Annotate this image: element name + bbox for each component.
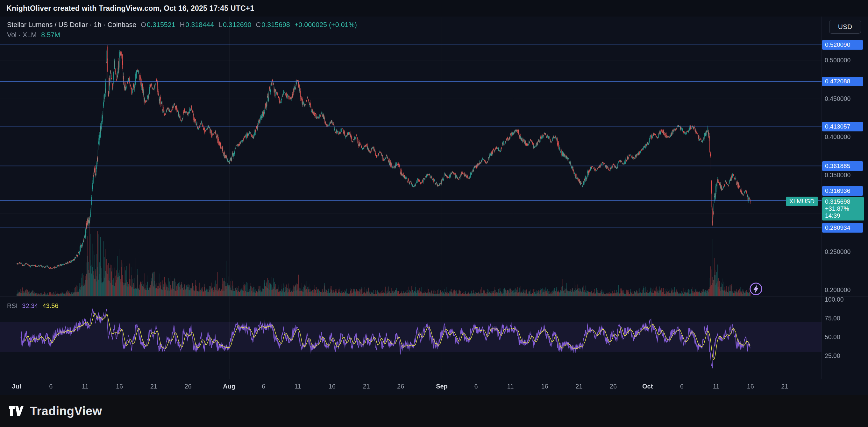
time-axis-label: 21 [150,383,157,390]
current-price-chip: 0.315698 +31.87% 14:39 [822,197,864,221]
rsi-value: 32.34 [22,302,38,309]
time-axis-label: 21 [781,383,788,390]
time-axis-label: 11 [713,383,720,390]
price-axis-label: 0.350000 [825,171,850,179]
time-axis-label: 16 [329,383,336,390]
rsi-axis-label: 75.00 [825,315,840,322]
price-axis-label: 0.200000 [825,286,850,294]
time-axis-label: 16 [747,383,754,390]
low-label: L [218,21,222,29]
rsi-axis-label: 25.00 [825,352,840,360]
price-axis[interactable]: 0.315698 +31.87% 14:39 0.5000000.4500000… [822,17,868,379]
high-value: 0.318444 [185,21,214,29]
price-axis-label: 0.500000 [825,57,850,64]
high-label: H [180,21,185,29]
tradingview-wordmark: TradingView [30,404,102,418]
bar-countdown: 14:39 [825,212,864,219]
time-axis-label: 26 [184,383,191,390]
price-level-badge: 0.520090 [822,40,863,50]
time-axis-label: 6 [680,383,684,390]
open-label: O [141,21,146,29]
symbol-title[interactable]: Stellar Lumens / US Dollar · 1h · Coinba… [7,21,136,29]
time-axis-label: Aug [223,383,235,390]
time-axis-label: 11 [82,383,89,390]
price-level-badge: 0.361885 [822,161,863,171]
current-price: 0.315698 [825,198,864,205]
price-level-badge: 0.280934 [822,223,863,233]
price-axis-label: 0.250000 [825,248,850,255]
symbol-price-chip: XLMUSD [786,197,818,206]
time-axis-label: 11 [507,383,514,390]
rsi-axis-label: 50.00 [825,333,840,341]
low-value: 0.312690 [223,21,252,29]
time-axis-label: 6 [474,383,478,390]
attribution-text: KnightOliver created with TradingView.co… [6,4,254,13]
rsi-axis-label: 100.00 [825,296,844,303]
time-axis[interactable]: Jul611162126Aug611162126Sep611162126Oct6… [0,379,822,395]
chart-legend: Stellar Lumens / US Dollar · 1h · Coinba… [7,21,357,41]
open-value: 0.315521 [147,21,176,29]
price-level-badge: 0.316936 [822,186,863,196]
currency-toggle-button[interactable]: USD [829,20,861,34]
rsi-legend[interactable]: RSI 32.34 43.56 [7,302,58,309]
branding-bar: TradingView [0,395,868,427]
time-axis-label: 16 [116,383,123,390]
volume-value: 8.57M [41,31,60,39]
price-level-badge: 0.472088 [822,77,863,86]
close-label: C [256,21,261,29]
rsi-label: RSI [7,302,18,309]
time-axis-label: 11 [294,383,301,390]
price-axis-label: 0.450000 [825,95,850,102]
change-value: +0.000025 (+0.01%) [294,21,357,29]
time-axis-label: 26 [397,383,404,390]
tradingview-logo [8,405,24,417]
time-axis-label: 6 [262,383,265,390]
volume-label[interactable]: Vol · XLM [7,31,37,39]
time-axis-label: 21 [363,383,370,390]
chart-container: Stellar Lumens / US Dollar · 1h · Coinba… [0,17,868,395]
time-axis-label: Jul [12,383,21,390]
time-axis-label: 16 [541,383,548,390]
pane-separator[interactable] [0,297,868,297]
chart-canvas[interactable] [0,17,822,395]
price-axis-label: 0.400000 [825,133,850,140]
time-axis-label: 6 [49,383,53,390]
time-axis-label: 26 [610,383,617,390]
attribution-bar: KnightOliver created with TradingView.co… [0,0,868,17]
price-level-badge: 0.413057 [822,122,863,131]
lightning-boost-icon[interactable] [749,282,763,296]
current-change-pct: +31.87% [825,205,864,212]
close-value: 0.315698 [261,21,290,29]
time-axis-label: Oct [642,383,653,390]
time-axis-label: Sep [436,383,448,390]
time-axis-label: 21 [576,383,582,390]
rsi-ma-value: 43.56 [42,302,58,309]
